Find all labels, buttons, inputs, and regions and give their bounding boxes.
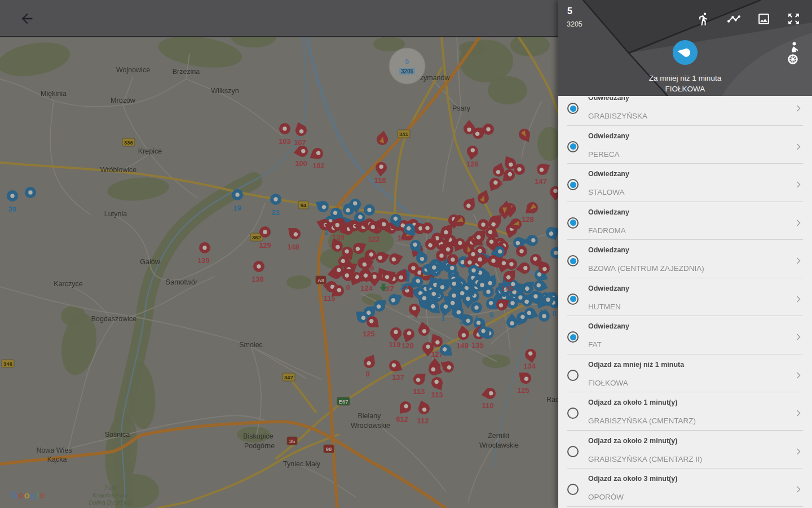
stop-status-label: Odjazd za około 3 minut(y) [588, 475, 677, 483]
stop-list-item[interactable]: Odjazd za około 1 minut(y) GRABISZYŃSKA … [558, 392, 812, 431]
stop-status-label: Odjazd za około 1 minut(y) [588, 398, 677, 406]
stop-marker[interactable] [539, 310, 550, 322]
stop-marker[interactable] [530, 291, 541, 302]
stop-marker[interactable] [468, 265, 479, 276]
stop-radio[interactable] [567, 294, 579, 305]
chevron-right-glyph [794, 371, 803, 380]
stop-marker[interactable] [471, 302, 482, 313]
stop-marker[interactable] [422, 222, 433, 234]
stop-marker[interactable] [232, 189, 243, 200]
forest-area [488, 76, 527, 104]
stop-list-item[interactable]: Odwiedzany BZOWA (CENTRUM ZAJEZDNIA) [558, 240, 812, 278]
stop-radio[interactable] [567, 408, 579, 419]
stop-marker[interactable] [506, 259, 517, 270]
stop-marker-number: 118 [374, 176, 386, 185]
stop-list-item[interactable]: Odwiedzany FAT [558, 316, 812, 354]
stop-name: FADROMA [588, 226, 626, 235]
stop-list-content: Odwiedzany GRABISZYŃSKA Odwiedzany PEREC… [558, 97, 812, 507]
stop-marker[interactable] [516, 246, 527, 257]
town-label: Kącka [47, 456, 67, 463]
stop-marker[interactable] [7, 190, 18, 202]
stop-marker[interactable] [436, 250, 447, 261]
stop-radio[interactable] [567, 370, 579, 381]
stop-marker[interactable] [199, 242, 210, 253]
park-label: Park [104, 484, 117, 491]
stop-marker[interactable] [476, 279, 488, 291]
stop-radio[interactable] [567, 141, 579, 152]
stop-radio[interactable] [567, 331, 579, 343]
header-actions [697, 12, 801, 26]
fullscreen-button[interactable] [787, 12, 801, 26]
stop-radio[interactable] [567, 217, 579, 229]
town-label: Wojnowice [116, 66, 150, 74]
vehicle-fleet-number: 3205 [401, 68, 414, 75]
stop-radio[interactable] [567, 446, 579, 457]
stop-radio[interactable] [567, 103, 579, 114]
chevron-right-icon [794, 256, 803, 265]
vehicle-line-number: 5 [405, 58, 409, 65]
stop-marker-number: 125 [517, 386, 529, 395]
stop-marker[interactable] [270, 194, 281, 205]
stop-marker[interactable] [542, 294, 554, 305]
stop-name: BZOWA (CENTRUM ZAJEZDNIA) [588, 264, 704, 273]
vehicle-number: 3205 [567, 20, 582, 28]
town-label: Karczyce [54, 280, 82, 288]
stop-marker-number: 124 [360, 284, 373, 292]
stop-marker-number: 148 [287, 243, 299, 251]
chevron-right-icon [794, 409, 803, 418]
stop-radio[interactable] [567, 179, 579, 190]
stop-status-label: Odwiedzany [588, 208, 629, 216]
stop-radio[interactable] [567, 484, 579, 495]
stop-marker[interactable] [364, 204, 375, 216]
vehicle-marker[interactable] [389, 48, 425, 84]
stop-list: Odwiedzany GRABISZYŃSKA Odwiedzany PEREC… [558, 97, 812, 508]
stop-marker[interactable] [514, 164, 525, 175]
town-label: Smolec [239, 341, 263, 349]
stop-marker-number: 125 [363, 330, 375, 338]
stop-marker[interactable] [279, 123, 290, 134]
chevron-right-icon [794, 180, 803, 189]
stop-marker[interactable] [408, 262, 419, 274]
stop-name: STALOWA [588, 188, 625, 196]
chevron-right-glyph [794, 142, 803, 151]
town-label: Lutynia [104, 210, 127, 218]
chevron-right-icon [794, 104, 803, 113]
stop-marker[interactable] [259, 226, 271, 238]
back-button[interactable] [19, 11, 35, 27]
map[interactable]: 94341336346347362A83598E67WojnowiceBrzez… [0, 0, 558, 508]
stop-marker[interactable] [253, 261, 264, 272]
image-button[interactable] [757, 12, 771, 26]
stop-marker[interactable] [447, 254, 458, 265]
chevron-right-icon [794, 371, 803, 380]
chevron-right-glyph [794, 295, 803, 304]
stop-radio[interactable] [567, 255, 579, 266]
stop-list-item[interactable]: Odwiedzany FADROMA [558, 202, 812, 240]
stop-list-item[interactable]: Odwiedzany STALOWA [558, 164, 812, 202]
stop-marker-number: 145 [501, 284, 514, 293]
timeline-button[interactable] [727, 12, 741, 26]
stop-list-item[interactable]: Odwiedzany GRABISZYŃSKA [558, 97, 812, 126]
arrival-status: Za mniej niż 1 minuta [558, 74, 812, 82]
stop-marker-number: 0 [365, 370, 369, 378]
stop-marker[interactable] [483, 124, 494, 135]
stop-list-item[interactable]: Odwiedzany HUTMEN [558, 278, 812, 317]
town-label: Podgórne [244, 442, 275, 450]
stop-marker[interactable] [488, 255, 499, 266]
stop-list-item[interactable]: Odjazd za mniej niż 1 minuta FIOŁKOWA [558, 354, 812, 393]
stop-marker-number: 0 [346, 283, 350, 292]
town-label: Wilkszyn [211, 87, 239, 95]
chevron-right-glyph [794, 447, 803, 456]
town-label: Nowa Wieś [36, 446, 72, 454]
stop-list-item[interactable]: Odjazd za około 3 minut(y) OPORÓW [558, 468, 812, 507]
stop-marker-number: 119 [389, 340, 401, 349]
road-shield-number: 94 [301, 202, 307, 208]
stop-list-item[interactable]: Odjazd za około 2 minut(y) GRABISZYŃSKA … [558, 431, 812, 469]
stop-marker[interactable] [25, 187, 36, 198]
stop-marker-number: 135 [471, 341, 484, 349]
wheelchair-glyph [786, 42, 801, 65]
stop-name: GRABISZYŃSKA (CMENTARZ) [588, 417, 696, 425]
google-logo-letter: o [18, 490, 24, 501]
stop-marker-number: 120 [401, 341, 414, 350]
stop-list-item[interactable]: Odwiedzany PERECA [558, 126, 812, 164]
walk-button[interactable] [697, 12, 711, 26]
